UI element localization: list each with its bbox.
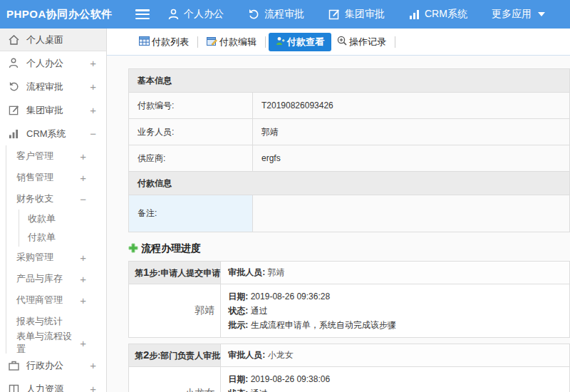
sidebar-item-personal-office[interactable]: 个人办公 +	[0, 51, 106, 75]
tabbar: 付款列表 付款编辑 付款查看 操作记录	[107, 29, 570, 56]
expand-icon[interactable]: +	[90, 81, 96, 93]
sidebar-item-label: 付款单	[28, 231, 56, 244]
process-step-table: 第1步:申请人提交申请 审批人员: 郭靖 郭靖 日期: 2019-08-26 0…	[128, 261, 570, 338]
expand-icon[interactable]: +	[90, 359, 96, 371]
sidebar-item-human-resources[interactable]: 人力资源 +	[0, 377, 106, 392]
step-approver: 审批人员: 小龙女	[221, 344, 570, 367]
sidebar-item-agent-mgmt[interactable]: 代理商管理 +	[6, 289, 86, 311]
remark-value	[253, 195, 570, 232]
sidebar-item-workflow-approval[interactable]: 流程审批 +	[0, 75, 106, 98]
main-area: 付款列表 付款编辑 付款查看 操作记录	[107, 29, 570, 392]
sidebar-item-label: 代理商管理	[16, 294, 63, 306]
expand-icon[interactable]: +	[80, 172, 86, 184]
top-nav: 个人办公 流程审批 集团审批 CRM系统 更多应用	[168, 8, 545, 21]
step-detail: 日期: 2019-08-26 09:36:28 状态: 通过 批示: 生成流程申…	[221, 284, 570, 338]
sidebar-item-admin-office[interactable]: 行政办公 +	[0, 354, 106, 377]
field-label: 备注:	[129, 195, 253, 232]
home-icon	[7, 35, 20, 45]
expand-icon[interactable]: +	[80, 337, 86, 349]
sidebar-item-product-inventory[interactable]: 产品与库存 +	[6, 268, 86, 289]
business-person-value: 郭靖	[253, 119, 570, 145]
sidebar-item-finance[interactable]: 财务收支 −	[6, 188, 86, 210]
expand-icon[interactable]: +	[80, 294, 86, 306]
tab-operation-log[interactable]: 操作记录	[331, 33, 392, 51]
tab-payment-edit[interactable]: 付款编辑	[201, 33, 262, 51]
expand-icon[interactable]: +	[80, 150, 86, 163]
approver-name: 小龙女	[129, 367, 221, 392]
supplier-value: ergfs	[253, 145, 570, 172]
tab-label: 付款查看	[287, 36, 324, 48]
sidebar-item-label: 财务收支	[16, 192, 53, 205]
sidebar-item-label: 个人桌面	[26, 33, 63, 46]
sidebar-item-label: CRM系统	[26, 128, 66, 140]
menu-toggle-icon[interactable]	[135, 9, 150, 19]
step-detail-row: 郭靖 日期: 2019-08-26 09:36:28 状态: 通过 批示: 生成…	[129, 284, 570, 338]
nav-personal-office[interactable]: 个人办公	[168, 8, 224, 21]
sidebar-item-label: 流程审批	[26, 81, 63, 93]
crm-submenu: 客户管理 + 销售管理 + 财务收支 − 收款单 付款单	[6, 145, 106, 354]
sidebar-item-customer-mgmt[interactable]: 客户管理 +	[6, 145, 86, 167]
expand-icon[interactable]: +	[90, 104, 96, 116]
expand-icon[interactable]: +	[80, 273, 86, 285]
briefcase-icon	[7, 361, 20, 371]
edit-icon	[7, 105, 20, 115]
nav-more-apps[interactable]: 更多应用	[492, 8, 545, 21]
nav-label: 个人办公	[184, 8, 224, 21]
tab-payment-view[interactable]: 付款查看	[269, 33, 331, 51]
approver-value: 小龙女	[268, 350, 294, 360]
nav-crm-system[interactable]: CRM系统	[409, 8, 467, 21]
sidebar-item-sales-mgmt[interactable]: 销售管理 +	[6, 167, 86, 188]
sidebar-item-label: 人力资源	[26, 383, 63, 392]
sidebar-item-reports-stats[interactable]: 报表与统计	[6, 311, 86, 332]
approver-label: 审批人员:	[228, 350, 265, 360]
field-label: 付款编号:	[129, 93, 253, 119]
expand-icon[interactable]: +	[90, 57, 96, 69]
approver-value: 郭靖	[268, 267, 285, 277]
sidebar-item-label: 报表与统计	[16, 315, 63, 328]
step-detail-row: 小龙女 日期: 2019-08-26 09:38:06 状态: 通过 批示: 通…	[129, 367, 570, 392]
step-title: 第2步:部门负责人审批	[129, 344, 221, 367]
nav-label: 更多应用	[492, 8, 532, 21]
sidebar: 个人桌面 个人办公 + 流程审批 + 集团审批 + CRM系统 −	[0, 29, 107, 392]
sidebar-item-desktop[interactable]: 个人桌面	[0, 29, 106, 51]
bar-chart-icon	[7, 129, 20, 139]
section-header-payment-info: 付款信息	[129, 172, 570, 195]
finance-submenu: 收款单 付款单	[19, 210, 86, 247]
nav-group-approval[interactable]: 集团审批	[328, 8, 385, 21]
sidebar-item-payment-order[interactable]: 付款单	[19, 228, 86, 247]
sidebar-item-label: 客户管理	[16, 150, 53, 163]
sidebar-item-group-approval[interactable]: 集团审批 +	[0, 98, 106, 122]
edit-doc-icon	[207, 36, 217, 48]
step-comment-line: 批示: 生成流程申请单，系统自动完成该步骤	[228, 318, 562, 332]
sidebar-item-crm-system[interactable]: CRM系统 −	[0, 122, 106, 145]
step-header-row: 第2步:部门负责人审批 审批人员: 小龙女	[129, 344, 570, 367]
nav-label: 流程审批	[264, 8, 304, 21]
expand-icon[interactable]: +	[80, 252, 86, 264]
field-label: 业务人员:	[129, 119, 253, 145]
table-icon	[139, 36, 150, 48]
step-date-line: 日期: 2019-08-26 09:36:28	[228, 289, 562, 304]
heading-label: 流程办理进度	[141, 242, 201, 255]
collapse-icon[interactable]: −	[90, 128, 96, 140]
table-row: 供应商: ergfs	[129, 145, 570, 172]
table-row: 付款编号: T20190826093426	[129, 93, 570, 119]
step-approver: 审批人员: 郭靖	[221, 262, 570, 284]
process-progress-heading: 流程办理进度	[128, 242, 570, 255]
person-icon	[7, 58, 20, 68]
sidebar-item-label: 销售管理	[16, 171, 53, 184]
collapse-icon[interactable]: −	[80, 193, 86, 205]
expand-icon[interactable]: +	[90, 383, 96, 392]
sidebar-item-form-flow-settings[interactable]: 表单与流程设置 +	[6, 332, 86, 354]
approver-name: 郭靖	[129, 284, 221, 338]
tab-payment-list[interactable]: 付款列表	[133, 33, 195, 51]
book-icon	[7, 384, 20, 392]
tab-separator	[395, 36, 395, 48]
step-header-row: 第1步:申请人提交申请 审批人员: 郭靖	[129, 262, 570, 284]
nav-workflow-approval[interactable]: 流程审批	[248, 8, 304, 21]
sidebar-item-receipt-order[interactable]: 收款单	[19, 210, 86, 228]
sidebar-item-purchase-mgmt[interactable]: 采购管理 +	[6, 247, 86, 268]
app-logo: PHPOA协同办公软件	[0, 8, 135, 21]
section-title: 付款信息	[129, 172, 570, 195]
section-title: 基本信息	[129, 69, 570, 93]
payment-info-table: 基本信息 付款编号: T20190826093426 业务人员: 郭靖 供应商:…	[128, 68, 570, 232]
